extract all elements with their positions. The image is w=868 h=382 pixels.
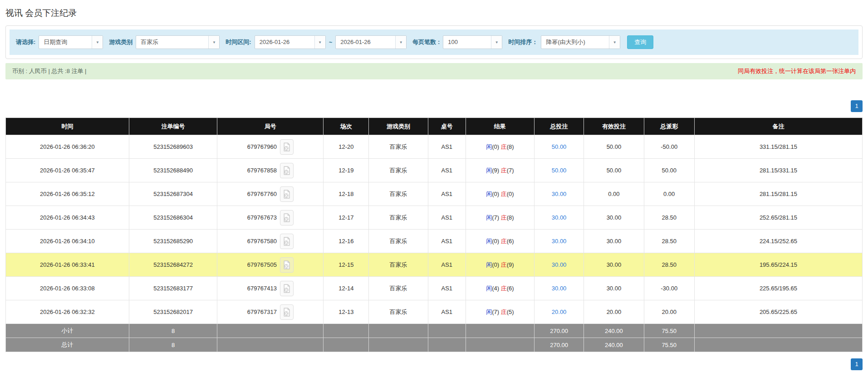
cell-total-bet: 30.00 — [534, 253, 584, 277]
video-replay-button[interactable] — [280, 304, 294, 320]
cell-bet-no: 523152683177 — [129, 277, 217, 300]
query-type-label: 请选择: — [16, 38, 35, 46]
cell-result: 闲(9) 庄(7) — [466, 159, 534, 182]
page-1-button[interactable]: 1 — [851, 358, 863, 370]
column-header-1: 注单编号 — [129, 118, 217, 135]
table-row: 2026-01-26 06:34:10523152685290679767580… — [6, 230, 863, 253]
player-result: 闲 — [486, 191, 492, 197]
date-range-separator: ~ — [329, 39, 333, 46]
search-button[interactable]: 查询 — [627, 35, 653, 49]
cell-session: 12-15 — [324, 253, 369, 277]
video-replay-button[interactable] — [280, 186, 294, 202]
footer-valid-bet: 240.00 — [584, 324, 644, 338]
chevron-down-icon: ▼ — [92, 36, 103, 49]
banker-score: (9) — [507, 261, 514, 268]
column-header-2: 局号 — [217, 118, 324, 135]
page-1-button[interactable]: 1 — [851, 100, 863, 112]
footer-empty-cell — [694, 338, 862, 352]
column-header-8: 有效投注 — [584, 118, 644, 135]
total-bet-link[interactable]: 30.00 — [552, 238, 567, 245]
cell-game-category: 百家乐 — [369, 300, 428, 324]
cell-payout: 50.00 — [644, 159, 694, 182]
cell-total-bet: 20.00 — [534, 300, 584, 324]
cell-valid-bet: 20.00 — [584, 300, 644, 324]
player-score: (9) — [492, 167, 499, 174]
cell-round-no: 679767505 — [217, 253, 324, 277]
query-type-select[interactable]: 日期查询 ▼ — [39, 35, 103, 49]
cell-payout: -50.00 — [644, 135, 694, 159]
player-result: 闲 — [486, 214, 492, 221]
cell-round-no: 679767580 — [217, 230, 324, 253]
film-icon — [283, 308, 291, 317]
date-from-select[interactable]: 2026-01-26 ▼ — [255, 35, 326, 49]
video-replay-button[interactable] — [280, 210, 294, 225]
cell-session: 12-19 — [324, 159, 369, 182]
game-category-select[interactable]: 百家乐 ▼ — [136, 35, 220, 49]
player-result: 闲 — [486, 309, 492, 315]
footer-count: 8 — [129, 324, 217, 338]
cell-game-category: 百家乐 — [369, 253, 428, 277]
table-row: 2026-01-26 06:35:47523152688490679767858… — [6, 159, 863, 182]
page-size-select[interactable]: 100 ▼ — [443, 35, 502, 49]
film-icon — [283, 284, 291, 293]
cell-time: 2026-01-26 06:35:47 — [6, 159, 129, 182]
cell-game-category: 百家乐 — [369, 135, 428, 159]
video-replay-button[interactable] — [280, 139, 294, 155]
player-result: 闲 — [486, 143, 492, 150]
banker-result: 庄 — [501, 191, 507, 197]
round-no-text: 679767317 — [247, 309, 277, 315]
banker-score: (7) — [507, 167, 514, 174]
footer-label: 小计 — [6, 324, 129, 338]
column-header-6: 结果 — [466, 118, 534, 135]
cell-valid-bet: 30.00 — [584, 230, 644, 253]
time-sort-select[interactable]: 降幂(由大到小) ▼ — [541, 35, 620, 49]
cell-remark: 331.15/281.15 — [694, 135, 862, 159]
cell-result: 闲(7) 庄(5) — [466, 300, 534, 324]
date-to-select[interactable]: 2026-01-26 ▼ — [335, 35, 407, 49]
total-bet-link[interactable]: 30.00 — [552, 285, 567, 292]
total-bet-link[interactable]: 30.00 — [552, 191, 567, 197]
player-score: (0) — [492, 261, 499, 268]
column-header-3: 场次 — [324, 118, 369, 135]
total-bet-link[interactable]: 30.00 — [552, 261, 567, 268]
banker-score: (0) — [507, 191, 514, 197]
page-title: 视讯 会员下注纪录 — [5, 7, 863, 19]
total-bet-link[interactable]: 20.00 — [552, 309, 567, 315]
total-bet-link[interactable]: 30.00 — [552, 214, 567, 221]
cell-total-bet: 30.00 — [534, 230, 584, 253]
player-score: (4) — [492, 285, 499, 292]
video-replay-button[interactable] — [280, 163, 294, 178]
footer-payout: 75.50 — [644, 338, 694, 352]
player-score: (7) — [492, 214, 499, 221]
cell-total-bet: 50.00 — [534, 159, 584, 182]
round-no-text: 679767413 — [247, 285, 277, 292]
table-header-row: 时间注单编号局号场次游戏类别桌号结果总投注有效投注总派彩备注 — [6, 118, 863, 135]
table-row: 2026-01-26 06:34:43523152686304679767673… — [6, 206, 863, 230]
banker-result: 庄 — [501, 261, 507, 268]
banker-result: 庄 — [501, 214, 507, 221]
cell-game-category: 百家乐 — [369, 206, 428, 230]
total-bet-link[interactable]: 50.00 — [552, 167, 567, 174]
round-no-text: 679767580 — [247, 238, 277, 245]
film-icon — [283, 260, 291, 269]
grand-total-row: 总计8270.00240.0075.50 — [6, 338, 863, 352]
total-bet-link[interactable]: 50.00 — [552, 143, 567, 150]
query-type-value: 日期查询 — [39, 36, 92, 49]
round-no-text: 679767858 — [247, 167, 277, 174]
page-size-value: 100 — [443, 36, 491, 49]
footer-empty-cell — [369, 324, 428, 338]
footer-total-bet: 270.00 — [534, 324, 584, 338]
banker-score: (6) — [507, 238, 514, 245]
cell-time: 2026-01-26 06:34:43 — [6, 206, 129, 230]
date-to-value: 2026-01-26 — [336, 36, 395, 49]
subtotal-row: 小计8270.00240.0075.50 — [6, 324, 863, 338]
banker-result: 庄 — [501, 285, 507, 292]
footer-empty-cell — [466, 338, 534, 352]
bet-records-table: 时间注单编号局号场次游戏类别桌号结果总投注有效投注总派彩备注 2026-01-2… — [5, 118, 863, 352]
video-replay-button[interactable] — [280, 234, 294, 249]
video-replay-button[interactable] — [280, 281, 294, 296]
cell-valid-bet: 30.00 — [584, 206, 644, 230]
round-no-text: 679767960 — [247, 143, 277, 150]
video-replay-button[interactable] — [280, 257, 294, 273]
cell-table-no: AS1 — [428, 300, 466, 324]
